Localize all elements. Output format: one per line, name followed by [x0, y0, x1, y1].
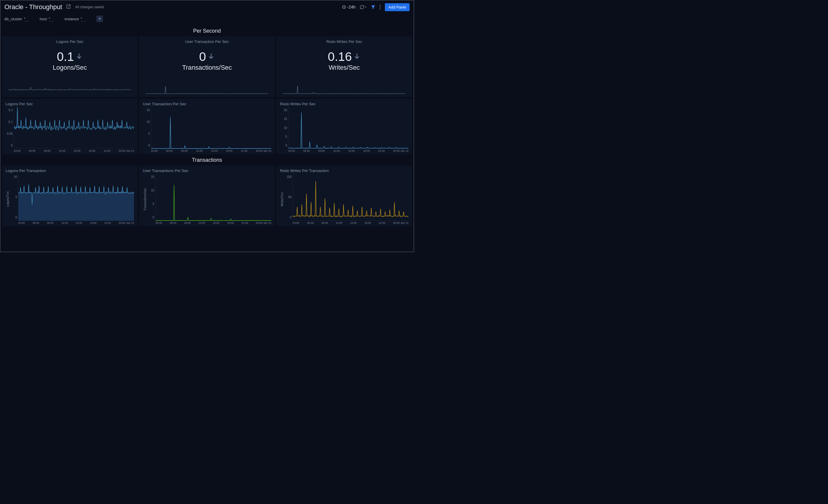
add-panel-button[interactable]: Add Panel: [385, 3, 410, 11]
y-axis-label: Writes/Txn: [280, 192, 284, 206]
stat-label: Transactions/Sec: [182, 64, 232, 72]
stat-label: Writes/Sec: [329, 64, 360, 72]
trend-down-icon: [207, 52, 215, 61]
stat-panel[interactable]: Redo Writes Per Sec 0.16 Writes/Sec: [276, 37, 412, 97]
time-range-selector[interactable]: -24h: [342, 5, 356, 9]
y-axis: 151050: [143, 107, 151, 152]
x-axis: 03:0006:0009:0012:0015:0018:0021:0000:00…: [18, 221, 134, 224]
sparkline: [283, 85, 406, 94]
x-axis: 03:0006:0009:0012:0015:0018:0021:0000:00…: [288, 149, 408, 152]
chart-svg: [156, 174, 272, 221]
panel-title: Logons Per Sec: [56, 39, 83, 44]
chart-panel[interactable]: User Transactions Per Sec Transactions/S…: [139, 166, 275, 226]
trend-down-icon: [353, 52, 361, 61]
svg-point-1: [380, 5, 381, 6]
y-axis-label: Logons/Txn: [6, 192, 10, 207]
filter-bar: db_cluster * host * instance * +: [0, 14, 414, 25]
filter-label: instance: [65, 17, 79, 21]
filter-icon[interactable]: [371, 5, 375, 9]
stat-row: Logons Per Sec 0.1 Logons/Sec User Trans…: [0, 37, 414, 97]
chart-svg: [151, 107, 272, 149]
x-axis: 03:0006:0009:0012:0015:0018:0021:0000:00…: [293, 221, 408, 224]
stat-value: 0.1: [57, 50, 74, 64]
chart-panel[interactable]: Redo Writes Per Transaction Writes/Txn 1…: [276, 166, 412, 226]
filter-instance[interactable]: instance *: [65, 16, 86, 22]
panel-title: Redo Writes Per Sec: [326, 39, 362, 44]
section-title-transactions: Transactions: [0, 154, 414, 166]
chart-panel[interactable]: Logons Per Transaction Logons/Txn 1050 0…: [2, 166, 138, 226]
y-axis: 151050: [147, 174, 156, 224]
x-axis: 03:0006:0009:0012:0015:0018:0021:0000:00…: [151, 149, 272, 152]
svg-point-3: [380, 8, 381, 9]
panel-title: Redo Writes Per Sec: [280, 102, 408, 106]
filter-label: db_cluster: [4, 17, 22, 21]
sparkline: [146, 85, 268, 94]
add-filter-button[interactable]: +: [96, 15, 103, 22]
clock-icon: [342, 5, 346, 9]
filter-value: *: [49, 16, 54, 22]
svg-point-2: [380, 7, 381, 8]
trend-down-icon: [75, 52, 83, 61]
chart-svg: [14, 107, 134, 149]
stat-panel[interactable]: User Transaction Per Sec 0 Transactions/…: [139, 37, 275, 97]
x-axis: 03:0006:0009:0012:0015:0018:0021:0000:00…: [14, 149, 134, 152]
filter-host[interactable]: host *: [40, 16, 54, 22]
filter-value: *: [81, 16, 86, 22]
x-axis: 03:0006:0009:0012:0015:0018:0021:0000:00…: [156, 221, 272, 224]
panel-title: User Transaction Per Sec: [185, 39, 229, 44]
filter-db-cluster[interactable]: db_cluster *: [4, 16, 29, 22]
share-icon[interactable]: [66, 4, 71, 10]
y-axis: 1050: [10, 174, 18, 224]
chart-panel[interactable]: Logons Per Sec 0.20.10.050 03:0006:0009:…: [2, 99, 138, 154]
page-title: Oracle - Throughput: [4, 3, 62, 11]
chart-panel[interactable]: User Transaction Per Sec 151050 03:0006:…: [139, 99, 275, 154]
chart-svg: [288, 107, 408, 149]
topbar: Oracle - Throughput All changes saved -2…: [0, 0, 414, 14]
section-title-per-second: Per Second: [0, 25, 414, 37]
chart-svg: [18, 174, 134, 221]
stat-label: Logons/Sec: [53, 64, 87, 72]
y-axis-label: Transactions/Sec: [143, 188, 147, 211]
panel-title: User Transaction Per Sec: [143, 102, 272, 106]
save-status: All changes saved: [75, 5, 104, 9]
chevron-down-icon: [364, 6, 367, 8]
stat-value: 0: [199, 50, 206, 64]
stat-panel[interactable]: Logons Per Sec 0.1 Logons/Sec: [2, 37, 138, 97]
panel-title: User Transactions Per Sec: [143, 168, 272, 173]
panel-title: Redo Writes Per Transaction: [280, 168, 408, 173]
filter-label: host: [40, 17, 47, 21]
panel-title: Logons Per Sec: [6, 102, 134, 106]
chart-row-transactions: Logons Per Transaction Logons/Txn 1050 0…: [0, 166, 414, 226]
more-menu-icon[interactable]: [380, 5, 381, 9]
refresh-icon[interactable]: [360, 5, 367, 9]
chart-svg: [293, 174, 408, 221]
time-range-value: -24h: [347, 5, 356, 9]
chart-panel[interactable]: Redo Writes Per Sec 20151050 03:0006:000…: [276, 99, 412, 154]
sparkline: [8, 85, 131, 94]
chart-row-per-second: Logons Per Sec 0.20.10.050 03:0006:0009:…: [0, 99, 414, 154]
y-axis: 20151050: [280, 107, 288, 152]
y-axis: 0.20.10.050: [6, 107, 14, 152]
y-axis: 100500: [284, 174, 293, 224]
stat-value: 0.16: [328, 50, 352, 64]
filter-value: *: [24, 16, 29, 22]
panel-title: Logons Per Transaction: [6, 168, 134, 173]
